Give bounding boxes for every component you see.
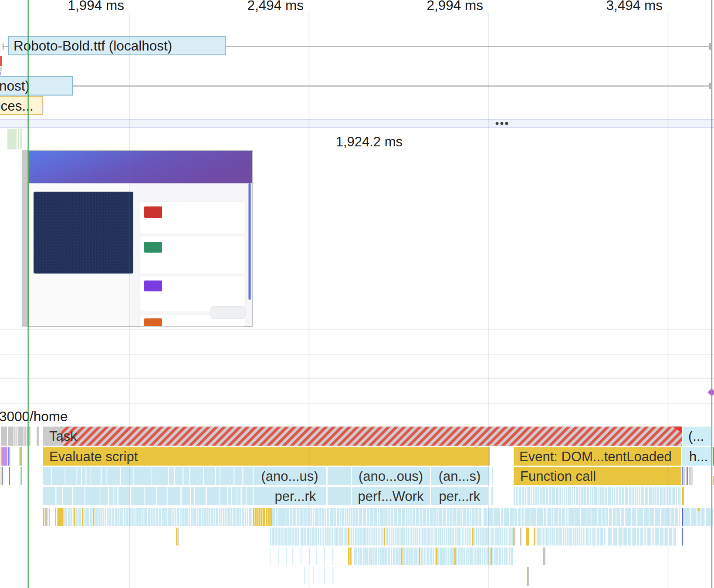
svg-text:per...rk: per...rk: [275, 489, 316, 504]
svg-text:1,924.2 ms: 1,924.2 ms: [336, 134, 403, 149]
svg-text:per...rk: per...rk: [439, 489, 481, 504]
svg-text:1,994 ms: 1,994 ms: [68, 0, 124, 13]
svg-text:3,494 ms: 3,494 ms: [606, 0, 663, 13]
svg-text:2,994 ms: 2,994 ms: [426, 0, 483, 13]
svg-text:Event: DOM...tentLoaded: Event: DOM...tentLoaded: [519, 449, 672, 464]
svg-text:Evaluate script: Evaluate script: [49, 449, 138, 464]
svg-text:(...: (...: [688, 429, 704, 444]
svg-text:(ano...ous): (ano...ous): [359, 469, 423, 484]
svg-text:2,494 ms: 2,494 ms: [247, 0, 304, 13]
svg-text:(ano...us): (ano...us): [261, 469, 318, 484]
svg-text:3000/home: 3000/home: [0, 409, 68, 424]
svg-text:(an...s): (an...s): [439, 469, 481, 484]
svg-text:Function call: Function call: [520, 469, 596, 484]
svg-text:perf...Work: perf...Work: [358, 489, 424, 504]
svg-text:Roboto-Bold.ttf (localhost): Roboto-Bold.ttf (localhost): [14, 38, 172, 54]
svg-text:Task: Task: [49, 429, 77, 444]
svg-text:nost): nost): [0, 78, 30, 94]
svg-text:h...: h...: [689, 449, 708, 464]
